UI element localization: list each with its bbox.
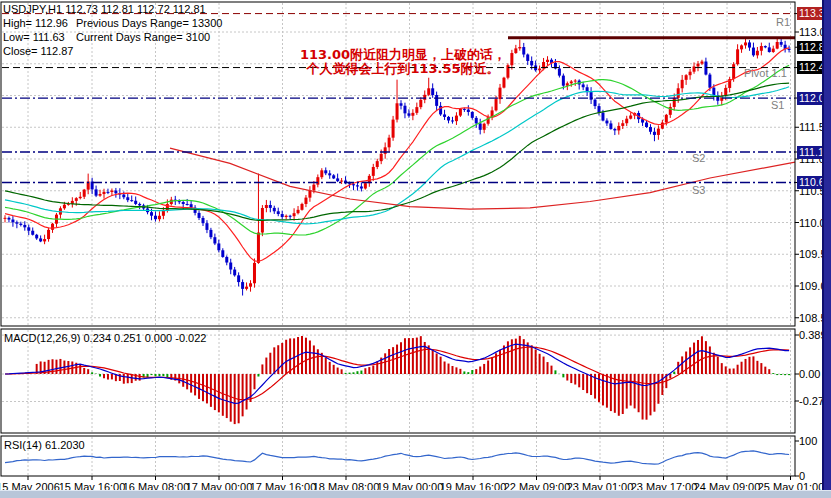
rsi-tick-label: 100 [799,435,817,447]
macd-tick-label: 0.00 [799,368,820,380]
level-label-pivot: Pivot 1.1 [744,67,787,79]
window-bottom-border [0,490,831,498]
trading-chart-window: USDJPY,H1 112.73 112.81 112.72 112.81 Hi… [0,0,831,498]
level-label-S2: S2 [692,152,705,164]
window-right-border [822,0,831,498]
close-label: Close= 112.87 [3,45,73,57]
level-label-S3: S3 [692,184,705,196]
curr-range-label: Current Days Range= 3100 [76,31,210,43]
annotation-line2: 个人觉得会上行到113.55附近。 [238,62,568,76]
annotation-text: 113.00附近阻力明显，上破的话， 个人觉得会上行到113.55附近。 [238,48,568,76]
low-label: Low= 111.63 [3,31,65,43]
rsi-indicator-label: RSI(14) 61.2030 [4,439,85,451]
level-label-S1: S1 [771,99,784,111]
chart-title: USDJPY,H1 112.73 112.81 112.72 112.81 [3,3,206,15]
annotation-line1: 113.00附近阻力明显，上破的话， [238,48,568,62]
high-label: High= 112.96 [3,17,68,29]
macd-indicator-label: MACD(12,26,9) 0.234 0.251 0.000 -0.022 [4,332,206,344]
level-label-R1: R1 [776,16,790,28]
prev-range-label: Previous Days Range= 13300 [76,17,222,29]
